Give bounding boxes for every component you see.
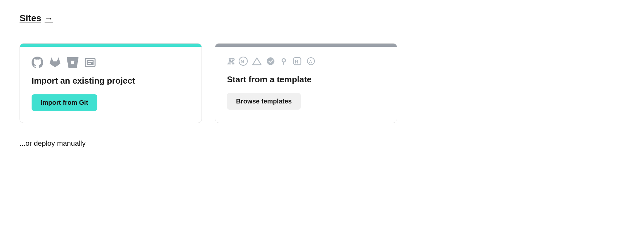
- svg-marker-2: [253, 58, 261, 65]
- svg-text:H: H: [295, 59, 298, 64]
- bitbucket-icon: [67, 57, 78, 68]
- page-header: Sites →: [20, 13, 624, 30]
- remix-icon: ℝ: [227, 58, 234, 66]
- import-card: Import an existing project Import from G…: [20, 43, 202, 123]
- import-from-git-button[interactable]: Import from Git: [32, 94, 97, 111]
- browse-templates-button[interactable]: Browse templates: [227, 93, 301, 110]
- next-icon: N: [239, 57, 248, 67]
- sites-arrow: →: [45, 13, 53, 23]
- github-icon: [32, 57, 43, 68]
- nuxt-icon: [252, 57, 261, 67]
- angular-icon: A: [306, 57, 315, 67]
- import-card-icons: [32, 57, 190, 68]
- hugo-icon: H: [293, 57, 302, 67]
- template-card-title: Start from a template: [227, 74, 385, 85]
- svg-text:N: N: [240, 59, 244, 64]
- cards-container: Import an existing project Import from G…: [20, 43, 624, 123]
- deploy-manually-text: ...or deploy manually: [20, 139, 624, 148]
- import-card-body: Import an existing project Import from G…: [20, 47, 202, 123]
- svg-text:A: A: [309, 59, 312, 64]
- gitlab-icon: [49, 57, 61, 68]
- template-card-body: ℝ N ⚲ H A Start f: [215, 47, 397, 121]
- svg-text:⚲: ⚲: [281, 57, 286, 65]
- import-card-title: Import an existing project: [32, 75, 190, 87]
- astro-icon: ⚲: [280, 57, 288, 67]
- sites-link[interactable]: Sites →: [20, 13, 53, 23]
- import-card-top-bar: [20, 44, 202, 47]
- sites-label: Sites: [20, 13, 41, 23]
- template-card-top-bar: [215, 44, 397, 47]
- gitea-icon: [84, 57, 96, 68]
- template-card: ℝ N ⚲ H A Start f: [215, 43, 397, 123]
- template-card-icons: ℝ N ⚲ H A: [227, 57, 385, 67]
- gatsby-icon: [266, 57, 275, 67]
